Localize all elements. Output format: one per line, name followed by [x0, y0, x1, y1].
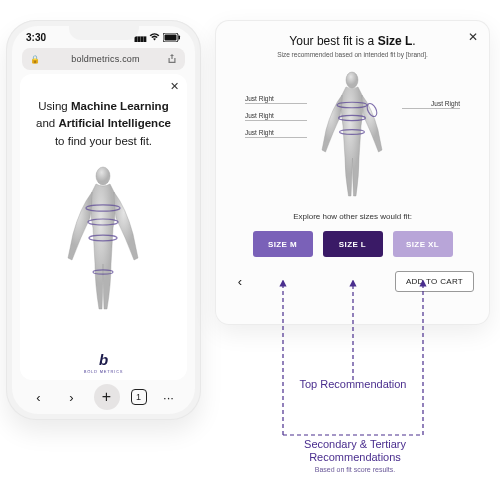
close-icon[interactable]: ✕: [468, 30, 478, 44]
fit-indicator-line: [245, 120, 307, 121]
headline: Using Machine Learning and Artificial In…: [32, 98, 175, 150]
modal-footer: ‹ ADD TO CART: [231, 271, 474, 292]
tabs-button[interactable]: 1: [131, 389, 147, 405]
share-icon[interactable]: [167, 54, 177, 64]
svg-rect-2: [179, 35, 181, 39]
address-bar[interactable]: 🔒 boldmetrics.com: [22, 48, 185, 70]
battery-icon: [163, 33, 181, 42]
annotation-secondary: Secondary & Tertiary Recommendations Bas…: [270, 438, 440, 475]
brand-logo: b BOLD METRICS: [84, 351, 124, 374]
fit-label-chest: Just Right: [245, 112, 274, 119]
size-m-button[interactable]: SIZE M: [253, 231, 313, 257]
fit-indicator-line: [402, 108, 460, 109]
phone-content-card: ✕ Using Machine Learning and Artificial …: [20, 74, 187, 380]
mannequin-image: [310, 70, 395, 200]
explore-text: Explore how other sizes would fit:: [231, 212, 474, 221]
size-recommendation-modal: ✕ Your best fit is a Size L. Size recomm…: [215, 20, 490, 325]
size-l-button[interactable]: SIZE L: [323, 231, 383, 257]
title-bold: Size L: [378, 34, 413, 48]
title-part: .: [412, 34, 415, 48]
close-icon[interactable]: ✕: [170, 80, 179, 93]
phone-screen: 3:30 🔒 boldmetrics.com ✕ Using Machine L: [12, 26, 195, 414]
fit-indicator-line: [245, 103, 307, 104]
annotation-label: Top Recommendation: [287, 378, 419, 391]
back-button[interactable]: ‹: [231, 274, 249, 289]
lock-icon: 🔒: [30, 55, 40, 64]
headline-part: Using: [38, 100, 71, 112]
logo-text: BOLD METRICS: [84, 369, 124, 374]
fit-label-arm: Just Right: [431, 100, 460, 107]
new-tab-button[interactable]: +: [94, 384, 120, 410]
logo-mark: b: [99, 351, 108, 368]
phone-notch: [69, 26, 139, 40]
title-part: Your best fit is a: [289, 34, 377, 48]
status-indicators: [134, 32, 181, 43]
svg-point-3: [96, 167, 110, 185]
fit-indicator-line: [245, 137, 307, 138]
url-text: boldmetrics.com: [44, 54, 167, 64]
more-button[interactable]: ···: [158, 386, 180, 408]
phone-mockup: 3:30 🔒 boldmetrics.com ✕ Using Machine L: [6, 20, 201, 420]
annotation-top-reco: Top Recommendation: [287, 378, 419, 391]
headline-part: and: [36, 117, 58, 129]
size-xl-button[interactable]: SIZE XL: [393, 231, 453, 257]
fit-label-shoulder: Just Right: [245, 95, 274, 102]
svg-rect-1: [165, 34, 177, 40]
status-time: 3:30: [26, 32, 46, 43]
headline-part: to find your best fit.: [55, 135, 152, 147]
annotation-sublabel: Based on fit score results.: [270, 466, 440, 474]
headline-bold: Machine Learning: [71, 100, 169, 112]
annotation-label: Secondary & Tertiary Recommendations: [270, 438, 440, 464]
fit-label-waist: Just Right: [245, 129, 274, 136]
size-options: SIZE M SIZE L SIZE XL: [231, 231, 474, 257]
back-button[interactable]: ‹: [28, 386, 50, 408]
forward-button[interactable]: ›: [61, 386, 83, 408]
headline-bold: Artificial Intelligence: [58, 117, 170, 129]
mannequin-image: [56, 164, 151, 314]
browser-toolbar: ‹ › + 1 ···: [12, 380, 195, 414]
fit-visual: Just Right Just Right Just Right Just Ri…: [231, 66, 474, 206]
add-to-cart-button[interactable]: ADD TO CART: [395, 271, 474, 292]
wifi-icon: [149, 33, 160, 41]
modal-title: Your best fit is a Size L.: [231, 34, 474, 48]
svg-point-8: [346, 72, 358, 88]
modal-subtitle: Size recommended based on intended fit b…: [231, 51, 474, 58]
